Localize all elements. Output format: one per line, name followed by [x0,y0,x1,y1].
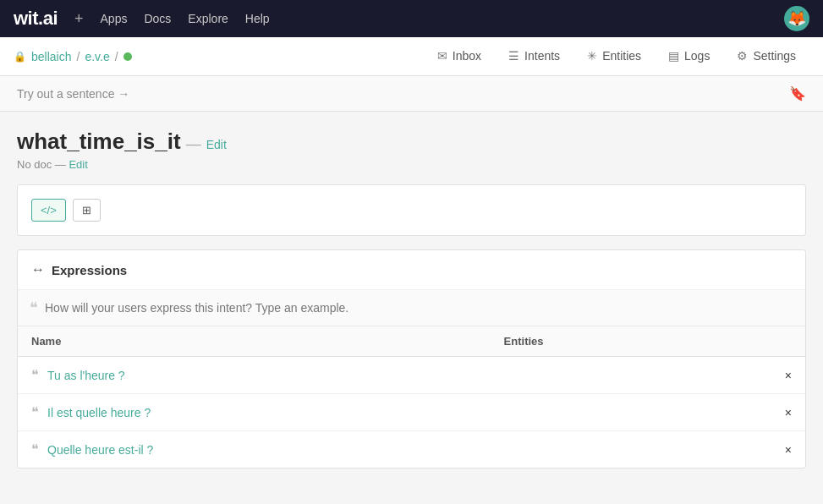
expr-name-cell: ❝ Quelle heure est-il ? [18,431,491,468]
expressions-section-title: Expressions [52,263,127,277]
top-nav-right: 🦊 [784,6,809,31]
expr-name-link[interactable]: Il est quelle heure ? [47,406,151,419]
expr-delete-button[interactable]: × [765,357,805,394]
intents-icon: ☰ [508,49,519,63]
expressions-table: Name Entities ❝ Tu as l'heure ? × ❝ Il e… [18,326,805,468]
expr-name-link[interactable]: Quelle heure est-il ? [47,443,153,457]
expression-input-row: ❝ [18,290,805,326]
tree-view-button[interactable]: ⊞ [73,199,101,222]
expr-delete-button[interactable]: × [765,431,805,468]
breadcrumb-user-link[interactable]: bellaich [31,50,71,63]
tree-view-icon: ⊞ [82,204,91,216]
intent-doc-edit-link[interactable]: Edit [69,158,87,171]
expression-input[interactable] [45,301,793,315]
secondary-nav: 🔒 bellaich / e.v.e / ✉ Inbox ☰ Intents ✳… [0,37,823,76]
nav-docs-link[interactable]: Docs [144,12,171,25]
app-status-dot [123,52,132,61]
expr-delete-button[interactable]: × [765,394,805,431]
expr-entities-cell [491,431,766,468]
tab-settings[interactable]: ⚙ Settings [723,37,809,76]
intent-doc: No doc — Edit [17,158,806,171]
tab-settings-label: Settings [753,49,796,63]
breadcrumb-sep2: / [115,50,118,63]
row-quote-icon: ❝ [31,441,39,457]
row-quote-icon: ❝ [31,404,39,420]
tab-inbox[interactable]: ✉ Inbox [424,37,495,76]
main-content: what_time_is_it — Edit No doc — Edit </>… [0,112,823,485]
intent-title: what_time_is_it [17,129,181,155]
top-nav-left: wit.ai + Apps Docs Explore Help [14,8,270,30]
tab-intents-label: Intents [524,49,560,63]
try-out-bar: Try out a sentence → 🔖 [0,76,823,112]
tab-entities[interactable]: ✳ Entities [573,37,655,76]
nav-plus-button[interactable]: + [74,10,84,28]
row-quote-icon: ❝ [31,367,39,383]
expressions-section-icon: ↔ [31,262,45,277]
breadcrumb-app-link[interactable]: e.v.e [85,50,109,63]
table-header-row: Name Entities [18,326,805,357]
lock-icon: 🔒 [14,51,26,63]
nav-explore-link[interactable]: Explore [188,12,228,25]
brand-logo[interactable]: wit.ai [14,8,58,30]
bookmark-icon[interactable]: 🔖 [789,85,806,101]
breadcrumb: 🔒 bellaich / e.v.e / [14,50,424,63]
expr-entities-cell [491,357,766,394]
col-header-name: Name [18,326,491,357]
expr-name-link[interactable]: Tu as l'heure ? [47,369,125,382]
tab-inbox-label: Inbox [453,49,481,63]
avatar-emoji: 🦊 [787,9,806,28]
col-header-entities: Entities [491,326,766,357]
view-toggle-card: </> ⊞ [17,184,806,236]
quote-icon: ❝ [30,299,38,317]
intent-edit-sep: — [186,135,201,153]
intent-doc-sep: — [55,158,66,171]
intent-header: what_time_is_it — Edit [17,129,806,155]
inbox-icon: ✉ [437,49,447,63]
expr-entities-cell [491,394,766,431]
table-row: ❝ Tu as l'heure ? × [18,357,805,394]
expressions-header: ↔ Expressions [18,250,805,290]
table-row: ❝ Il est quelle heure ? × [18,394,805,431]
settings-icon: ⚙ [737,49,748,63]
tab-intents[interactable]: ☰ Intents [495,37,573,76]
top-nav: wit.ai + Apps Docs Explore Help 🦊 [0,0,823,37]
intent-edit-link[interactable]: Edit [206,138,227,151]
intent-doc-prefix: No doc [17,158,52,171]
breadcrumb-sep1: / [76,50,80,63]
entities-icon: ✳ [587,49,597,63]
code-view-icon: </> [41,204,57,216]
try-out-placeholder[interactable]: Try out a sentence → [17,87,129,101]
code-view-button[interactable]: </> [31,199,66,222]
tab-logs-label: Logs [684,49,710,63]
table-row: ❝ Quelle heure est-il ? × [18,431,805,468]
nav-apps-link[interactable]: Apps [101,12,128,25]
nav-tabs: ✉ Inbox ☰ Intents ✳ Entities ▤ Logs ⚙ Se… [424,37,809,76]
tab-entities-label: Entities [602,49,641,63]
tab-logs[interactable]: ▤ Logs [655,37,723,76]
user-avatar[interactable]: 🦊 [784,6,809,31]
logs-icon: ▤ [668,49,679,63]
expr-name-cell: ❝ Il est quelle heure ? [18,394,491,431]
nav-help-link[interactable]: Help [245,12,270,25]
expressions-card: ↔ Expressions ❝ Name Entities ❝ Tu a [17,249,806,468]
col-header-action [765,326,805,357]
expr-name-cell: ❝ Tu as l'heure ? [18,357,491,394]
